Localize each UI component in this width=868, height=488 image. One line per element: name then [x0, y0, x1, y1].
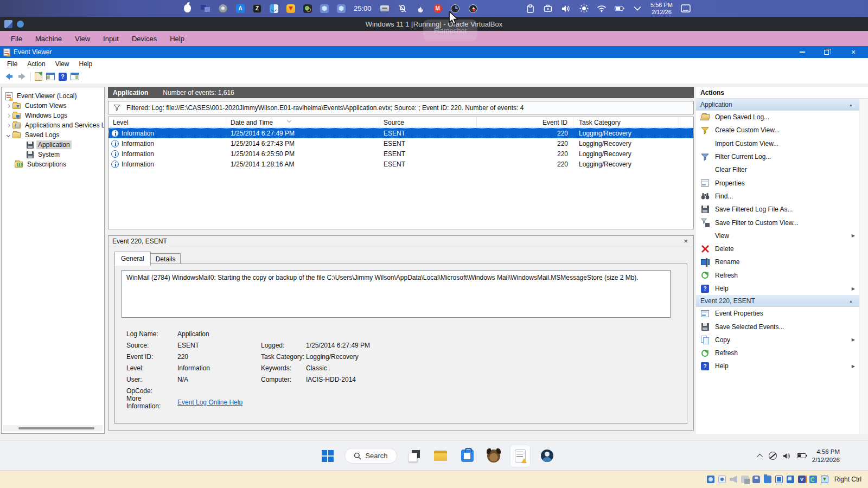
tree-item-apps-services[interactable]: Applications and Services Lo [2, 120, 104, 130]
minimize-button[interactable] [793, 46, 812, 58]
flameshot-icon[interactable] [416, 4, 425, 14]
back-button[interactable] [4, 72, 14, 81]
network-globe-icon[interactable] [769, 452, 777, 460]
vbox-menu-machine[interactable]: Machine [30, 33, 67, 44]
menu-help[interactable]: Help [74, 59, 98, 69]
tree-item-subscriptions[interactable]: Subscriptions [2, 159, 104, 169]
mac-clock[interactable]: 5:56 PM 2/12/26 [650, 2, 673, 15]
vbox-menu-file[interactable]: File [5, 33, 28, 44]
action-import-custom-view[interactable]: Import Custom View... [696, 137, 859, 150]
map-search-icon[interactable] [303, 4, 312, 13]
apple-menu-icon[interactable] [182, 4, 192, 14]
settings-icon[interactable] [218, 4, 228, 14]
action-event-properties[interactable]: Event Properties [696, 307, 859, 320]
vm-display-icon[interactable] [775, 476, 783, 483]
action-properties[interactable]: Properties [696, 176, 859, 189]
menu-view[interactable]: View [50, 59, 74, 69]
vbox-menu-view[interactable]: View [69, 33, 95, 44]
vm-seamless-icon[interactable] [787, 476, 794, 483]
microsoft-store-button[interactable] [457, 445, 477, 467]
window-tiles-icon[interactable] [200, 4, 210, 14]
gmail-icon[interactable]: M [433, 4, 442, 13]
upload-status-icon[interactable] [468, 4, 478, 14]
close-button[interactable]: × [844, 46, 863, 58]
show-console-tree-icon[interactable] [46, 73, 55, 80]
taskbar-battery-icon[interactable] [797, 453, 806, 458]
action-delete[interactable]: Delete [696, 242, 859, 255]
vm-optical-disc-icon[interactable] [718, 476, 726, 483]
column-event-id[interactable]: Event ID [477, 117, 573, 127]
action-create-custom-view[interactable]: Create Custom View... [696, 124, 859, 137]
vm-recording-icon[interactable]: V [798, 476, 806, 483]
display-menu-icon[interactable] [681, 4, 691, 14]
event-viewer-taskbar-button[interactable] [510, 445, 530, 467]
collapse-chevron-icon[interactable] [7, 133, 10, 137]
event-row[interactable]: Information 1/25/2014 6:27:49 PM ESENT 2… [108, 128, 693, 138]
vm-audio-icon[interactable] [730, 476, 737, 483]
action-open-saved-log[interactable]: Open Saved Log... [696, 111, 859, 124]
do-not-disturb-icon[interactable] [398, 4, 407, 14]
action-filter-current-log[interactable]: Filter Current Log... [696, 150, 859, 163]
vm-harddisk-icon[interactable] [707, 476, 714, 483]
column-task-category[interactable]: Task Category [573, 117, 679, 127]
vm-network-icon[interactable] [809, 476, 817, 483]
volume-icon[interactable] [561, 4, 571, 14]
event-log-online-help-link[interactable]: Event Log Online Help [177, 399, 261, 406]
actions-section-application[interactable]: Application ▲ [696, 99, 859, 111]
app-store-icon[interactable]: A [236, 4, 245, 13]
collapse-section-icon[interactable]: ▲ [849, 299, 853, 303]
action-view[interactable]: View ▶ [696, 229, 859, 242]
actions-scrollbar[interactable] [859, 99, 868, 434]
vbox-menu-help[interactable]: Help [164, 33, 190, 44]
help-toolbar-icon[interactable]: ? [59, 73, 67, 81]
taskbar-clock[interactable]: 4:56 PM 2/12/2026 [812, 448, 840, 464]
action-save-filtered-log[interactable]: Save Filtered Log File As... [696, 203, 859, 216]
control-center-chevron-icon[interactable] [633, 4, 642, 14]
action-find[interactable]: Find... [696, 190, 859, 203]
tree-item-custom-views[interactable]: Custom Views [2, 101, 104, 111]
vm-shared-folders-icon[interactable] [764, 476, 771, 483]
event-description[interactable]: WinMail (2784) WindowsMail0: Starting th… [122, 270, 671, 318]
editor-app-icon[interactable]: Z [253, 4, 261, 13]
scrollbar-thumb[interactable] [18, 427, 94, 429]
tree-item-windows-logs[interactable]: Windows Logs [2, 111, 104, 120]
finder-icon[interactable] [270, 4, 278, 13]
action-refresh[interactable]: Refresh [696, 269, 859, 282]
tree-item-application[interactable]: Application [2, 140, 104, 150]
event-row[interactable]: Information 1/25/2014 1:28:16 AM ESENT 2… [108, 159, 693, 169]
tree-item-root[interactable]: Event Viewer (Local) [2, 91, 104, 101]
menu-file[interactable]: File [2, 59, 22, 69]
clipboard-icon[interactable] [525, 4, 535, 14]
tree-horizontal-scrollbar[interactable] [3, 425, 103, 432]
column-level[interactable]: Level [108, 117, 226, 127]
action-rename[interactable]: Rename [696, 255, 859, 268]
collapse-section-icon[interactable]: ▲ [849, 103, 853, 107]
virtualbox-icon[interactable] [320, 4, 329, 13]
shield-app-icon[interactable] [286, 4, 295, 13]
vbox-menu-input[interactable]: Input [98, 33, 124, 44]
task-view-button[interactable] [404, 445, 424, 467]
actions-section-event[interactable]: Event 220, ESENT ▲ [696, 295, 859, 307]
battery-icon[interactable] [615, 4, 624, 14]
taskbar-volume-icon[interactable] [783, 453, 791, 459]
file-explorer-button[interactable] [431, 445, 450, 467]
vm-windows-icon[interactable] [741, 476, 749, 483]
column-date-time[interactable]: Date and Time [226, 117, 379, 127]
action-save-selected-events[interactable]: Save Selected Events... [696, 320, 859, 333]
virtualbox-icon-2[interactable] [337, 4, 346, 13]
forward-button[interactable] [17, 72, 27, 81]
action-help[interactable]: ? Help ▶ [696, 282, 859, 295]
vm-features-icon[interactable] [821, 476, 828, 483]
menu-action[interactable]: Action [22, 59, 50, 69]
disk-utility-icon[interactable] [380, 4, 390, 14]
wifi-icon[interactable] [597, 4, 607, 14]
tab-general[interactable]: General [114, 252, 151, 266]
forensics-app-button[interactable] [484, 445, 503, 467]
show-action-pane-icon[interactable] [71, 73, 79, 80]
tree-item-system[interactable]: System [2, 150, 104, 159]
show-hidden-icons-chevron[interactable] [757, 453, 763, 459]
action-refresh-event[interactable]: Refresh [696, 346, 859, 359]
vbox-menu-devices[interactable]: Devices [126, 33, 162, 44]
start-button[interactable] [318, 445, 337, 467]
expand-chevron-icon[interactable] [7, 104, 10, 107]
